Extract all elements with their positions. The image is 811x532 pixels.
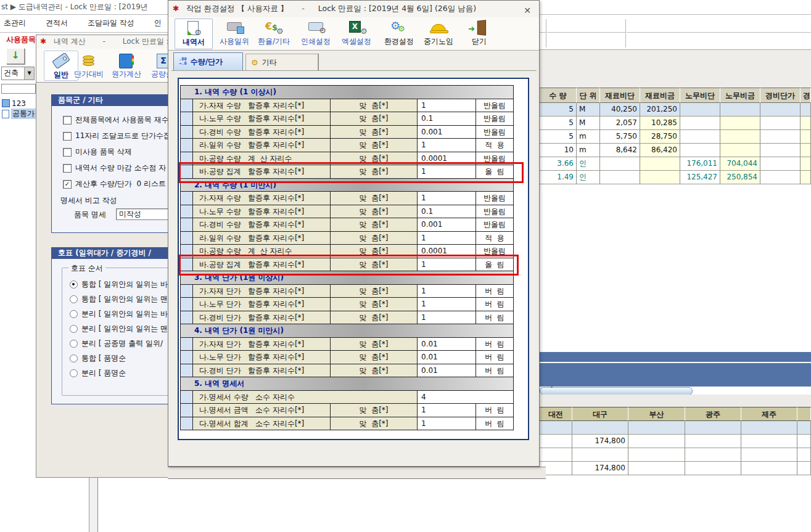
table-cell[interactable] (685, 421, 741, 435)
table-cell[interactable]: 5 (540, 130, 577, 144)
toolbar-button-environment[interactable]: ⚙⚙ 환경설정 (381, 18, 418, 48)
menu-item[interactable]: 초관리 (4, 18, 26, 27)
toolbar-button-use-unit[interactable]: 사용일위 (216, 18, 253, 48)
close-icon[interactable]: ✕ (522, 2, 533, 14)
table-cell[interactable]: m (577, 130, 600, 144)
table-cell[interactable] (680, 130, 720, 144)
radio-row[interactable]: 통합 [ 일위안의 일위는 맨 (70, 294, 168, 305)
table-cell[interactable] (572, 448, 628, 462)
table-cell[interactable]: 86,420 (640, 144, 680, 157)
table-cell[interactable] (760, 130, 801, 144)
table-cell[interactable]: 5 (540, 103, 577, 117)
toolbar-button-excel-settings[interactable]: X⚙ 엑셀설정 (338, 18, 375, 48)
checkbox-row[interactable]: ✓계산후 수량/단가 0 리스트 (63, 179, 166, 189)
column-header[interactable]: 광주 (685, 407, 741, 421)
column-header[interactable] (797, 407, 811, 421)
table-cell[interactable] (801, 157, 811, 171)
row-value-cell[interactable]: 1 (418, 417, 476, 431)
table-cell[interactable] (572, 421, 628, 435)
radio-row[interactable]: 분리 [ 일위안의 일위는 맨 (70, 324, 168, 334)
filter-input[interactable] (1, 84, 36, 94)
column-header[interactable]: 경 (801, 88, 811, 103)
table-cell[interactable] (628, 435, 685, 448)
column-header[interactable]: 노무비단가 (680, 88, 720, 103)
table-cell[interactable]: 10,285 (640, 117, 680, 130)
row-value-cell[interactable]: 1 (418, 99, 476, 113)
row-value-cell[interactable]: 1 (418, 232, 476, 245)
checkbox-row[interactable]: 미사용 품목 삭제 (63, 147, 132, 157)
table-cell[interactable] (797, 435, 811, 448)
table-cell[interactable] (685, 462, 741, 475)
table-cell[interactable]: 174,800 (572, 435, 628, 448)
download-arrow-button[interactable]: ↓ (6, 48, 25, 64)
tab-etc[interactable]: ⚙ 기타 (245, 54, 318, 70)
table-row[interactable]: 10m8,64286,420 (540, 144, 811, 157)
row-value-cell[interactable]: 0.001 (418, 126, 476, 139)
table-cell[interactable]: 인 (577, 171, 600, 184)
column-header[interactable]: 대전 (540, 407, 572, 421)
table-cell[interactable]: 5,750 (600, 130, 640, 144)
table-cell[interactable] (801, 117, 811, 130)
category-combobox[interactable]: 건축 ▼ (1, 67, 35, 80)
table-cell[interactable] (680, 103, 720, 117)
fit-mode-cell[interactable]: 맞 춤[*] (331, 298, 418, 311)
fit-mode-cell[interactable]: 맞 춤[*] (331, 311, 418, 325)
table-row[interactable] (540, 448, 811, 462)
table-cell[interactable]: 10 (540, 144, 577, 157)
table-cell[interactable] (797, 448, 811, 462)
table-cell[interactable] (760, 157, 801, 171)
row-value-cell[interactable]: 0.01 (418, 338, 476, 351)
rounding-mode-cell[interactable]: 반올림 (476, 126, 514, 139)
table-cell[interactable]: 28,750 (640, 130, 680, 144)
fit-mode-cell[interactable]: 맞 춤[*] (331, 364, 418, 378)
row-value-cell[interactable]: 1 (418, 311, 476, 325)
table-cell[interactable]: 201,250 (640, 103, 680, 117)
fit-mode-cell[interactable]: 맞 춤[*] (331, 205, 418, 219)
table-cell[interactable] (628, 462, 685, 475)
table-cell[interactable] (640, 171, 680, 184)
toolbar-button-detail-sheet[interactable]: ⚙ 내역서 (175, 18, 213, 49)
table-row[interactable]: 5m5,75028,750 (540, 130, 811, 144)
radio-icon[interactable] (70, 310, 78, 318)
radio-row[interactable]: 분리 [ 일위안의 일위는 바 (70, 309, 168, 319)
table-cell[interactable] (797, 462, 811, 475)
table-cell[interactable]: 174,800 (572, 462, 628, 475)
table-cell[interactable] (628, 421, 685, 435)
tab-quantity-price[interactable]: .00→.0 수량/단가 (173, 52, 243, 70)
checkbox-icon[interactable] (63, 132, 72, 141)
fit-mode-cell[interactable]: 맞 춤[*] (331, 126, 418, 139)
fit-mode-cell[interactable]: 맞 춤[*] (331, 338, 418, 351)
tree-item-common[interactable]: 공통가 (2, 109, 36, 118)
fit-mode-cell[interactable]: 맞 춤[*] (331, 218, 418, 232)
row-value-cell[interactable]: 0.01 (418, 351, 476, 364)
table-cell[interactable] (720, 144, 760, 157)
table-cell[interactable] (741, 462, 797, 475)
rounding-mode-cell[interactable]: 적 용 (476, 139, 514, 152)
table-cell[interactable] (628, 448, 685, 462)
table-cell[interactable]: m (577, 144, 600, 157)
table-cell[interactable]: 250,854 (720, 171, 760, 184)
column-header[interactable]: 대구 (572, 407, 628, 421)
table-row[interactable] (540, 421, 811, 435)
table-cell[interactable] (685, 435, 741, 448)
table-row[interactable]: 5M2,05710,285 (540, 117, 811, 130)
table-cell[interactable] (741, 421, 797, 435)
table-cell[interactable] (797, 421, 811, 435)
row-value-cell[interactable]: 0.1 (418, 205, 476, 219)
radio-row[interactable]: 통합 [ 일위안의 일위는 바 (70, 279, 168, 290)
table-cell[interactable] (720, 103, 760, 117)
menu-item[interactable]: 견적서 (46, 18, 68, 27)
radio-icon[interactable] (70, 354, 78, 362)
row-value-cell[interactable]: 1 (418, 139, 476, 152)
table-cell[interactable] (801, 171, 811, 184)
rounding-mode-cell[interactable]: 버 림 (476, 298, 514, 311)
row-value-cell[interactable]: 1 (418, 285, 476, 298)
tree-item-123[interactable]: 123 (2, 99, 26, 108)
table-cell[interactable] (600, 157, 640, 171)
checkbox-checked-icon[interactable]: ✓ (63, 180, 72, 189)
fit-mode-cell[interactable]: 맞 춤[*] (331, 417, 418, 431)
row-value-cell[interactable]: 0.001 (418, 218, 476, 232)
toolbar-button-cost-calc[interactable]: 원가계산 (109, 51, 144, 80)
rounding-mode-cell[interactable]: 버 림 (476, 417, 514, 431)
row-value-cell[interactable]: 1 (418, 192, 476, 205)
